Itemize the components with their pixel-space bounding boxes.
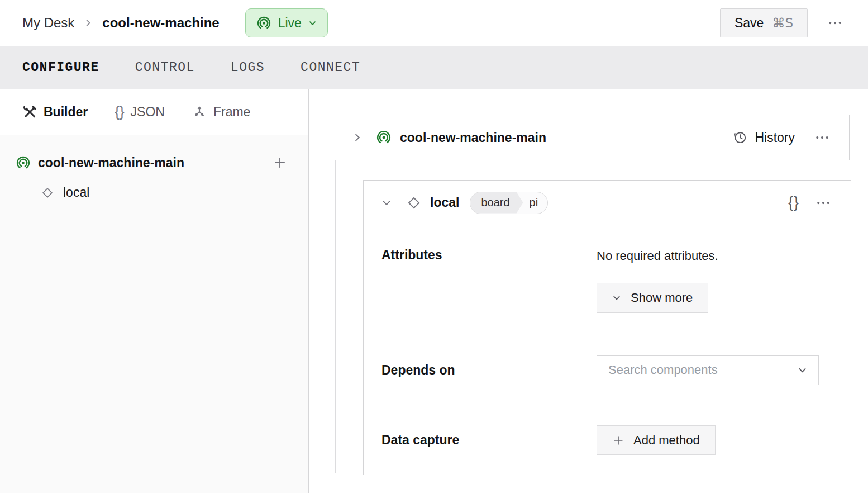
component-json-button[interactable]: {} (786, 194, 802, 211)
tree-component-local-label: local (63, 185, 89, 200)
show-more-button[interactable]: Show more (597, 283, 708, 313)
tree-machine-part-row[interactable]: cool-new-machine-main (16, 153, 289, 172)
live-label: Live (278, 16, 302, 31)
add-method-button[interactable]: Add method (597, 425, 716, 455)
depends-on-label: Depends on (381, 363, 597, 378)
component-header-actions: {} (786, 192, 834, 214)
breadcrumb-parent-link[interactable]: My Desk (22, 15, 74, 31)
chevron-right-icon (84, 18, 93, 27)
part-connector-line (335, 160, 336, 473)
braces-icon: {} (788, 194, 799, 211)
tab-logs[interactable]: LOGS (231, 57, 265, 78)
machine-menu-button[interactable] (824, 12, 846, 34)
chevron-down-icon (381, 198, 392, 208)
top-bar-actions: Save ⌘S (720, 8, 846, 37)
tree-machine-part-name: cool-new-machine-main (38, 155, 263, 170)
broadcast-icon (256, 16, 271, 31)
chevron-down-icon (798, 366, 807, 375)
show-more-label: Show more (631, 291, 693, 305)
tab-connect[interactable]: CONNECT (301, 57, 360, 78)
machine-config-page: My Desk cool-new-machine Live Save (0, 0, 868, 493)
diamond-icon (40, 186, 55, 200)
view-json-label: JSON (131, 105, 165, 120)
machine-tab-bar: CONFIGURE CONTROL LOGS CONNECT (0, 46, 868, 89)
frame-axes-icon (192, 105, 207, 120)
tab-configure[interactable]: CONFIGURE (22, 57, 99, 78)
config-sidebar: Builder {} JSON Frame (0, 89, 309, 493)
machine-status-live-button[interactable]: Live (245, 8, 328, 37)
component-type: board (470, 192, 523, 214)
view-frame-button[interactable]: Frame (192, 105, 250, 120)
tree-component-local-row[interactable]: local (40, 185, 289, 200)
plus-icon (612, 434, 624, 447)
history-button[interactable]: History (733, 130, 795, 145)
save-label: Save (735, 16, 764, 31)
config-view-toggle: Builder {} JSON Frame (0, 89, 308, 135)
builder-canvas: cool-new-machine-main History (309, 89, 868, 493)
save-button[interactable]: Save ⌘S (720, 8, 808, 37)
component-name: local (430, 195, 459, 210)
save-shortcut: ⌘S (772, 16, 793, 30)
data-capture-section: Data capture Add method (364, 405, 851, 475)
component-collapse-button[interactable] (380, 197, 393, 209)
component-tree: cool-new-machine-main local (0, 135, 308, 200)
component-model: pi (523, 192, 548, 214)
breadcrumb: My Desk cool-new-machine (22, 15, 220, 31)
depends-on-section: Depends on Search components (364, 335, 851, 405)
ellipsis-icon (815, 195, 832, 211)
tools-icon (22, 105, 37, 120)
chevron-right-icon (352, 132, 363, 143)
braces-icon: {} (115, 103, 124, 121)
add-component-button[interactable] (270, 153, 289, 172)
data-capture-label: Data capture (381, 433, 597, 448)
attributes-empty-message: No required attributes. (597, 249, 718, 263)
part-card-menu-button[interactable] (812, 127, 833, 148)
view-builder-button[interactable]: Builder (22, 105, 88, 120)
view-json-button[interactable]: {} JSON (115, 103, 165, 121)
tab-control[interactable]: CONTROL (135, 57, 195, 78)
diamond-icon (406, 195, 422, 211)
attributes-section: Attributes No required attributes. Show … (364, 225, 851, 335)
machine-name-title: cool-new-machine (102, 15, 219, 31)
component-card-local: local board pi {} (363, 180, 851, 475)
broadcast-icon (376, 130, 392, 145)
attributes-content: No required attributes. Show more (597, 248, 833, 335)
chevron-down-icon (308, 19, 317, 27)
component-type-model-badge: board pi (470, 192, 548, 214)
view-builder-label: Builder (44, 105, 88, 120)
view-frame-label: Frame (213, 105, 250, 120)
ellipsis-icon (814, 129, 831, 146)
ellipsis-icon (827, 15, 843, 31)
component-menu-button[interactable] (813, 192, 834, 214)
history-icon (733, 130, 747, 145)
part-card-title: cool-new-machine-main (400, 130, 546, 145)
chevron-down-icon (612, 293, 621, 302)
machine-part-card: cool-new-machine-main History (335, 115, 850, 160)
history-label: History (755, 130, 795, 145)
depends-on-select[interactable]: Search components (597, 355, 819, 385)
broadcast-icon (16, 155, 31, 170)
add-method-label: Add method (633, 433, 700, 448)
attributes-label: Attributes (381, 248, 597, 335)
plus-icon (273, 155, 287, 170)
depends-on-placeholder: Search components (608, 363, 718, 377)
component-card-header: local board pi {} (364, 181, 851, 225)
part-card-expand-button[interactable] (351, 131, 364, 144)
top-bar: My Desk cool-new-machine Live Save (0, 0, 868, 46)
configure-content: Builder {} JSON Frame (0, 89, 868, 493)
